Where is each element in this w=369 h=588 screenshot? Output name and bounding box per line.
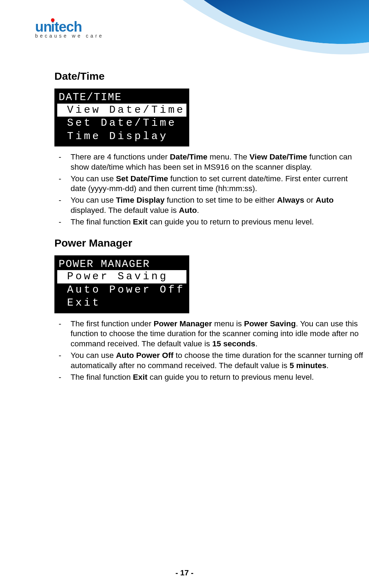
bold-text: Date/Time: [170, 152, 207, 161]
lcd-power: POWER MANAGER Power Saving Auto Power Of…: [54, 255, 189, 313]
logo-suffix: tech: [54, 19, 82, 34]
list-item: You can use Auto Power Off to choose the…: [54, 351, 363, 371]
lcd-row: View Date/Time: [57, 104, 186, 117]
lcd-row: Auto Power Off: [59, 283, 185, 297]
section-heading-power: Power Manager: [54, 237, 363, 249]
bold-text: Exit: [133, 373, 147, 381]
body-text: or: [304, 196, 316, 204]
body-text: .: [255, 339, 257, 348]
page-number: - 17 -: [0, 568, 369, 577]
bold-text: Auto Power Off: [116, 351, 173, 360]
body-text: The final function: [71, 373, 133, 381]
body-text: You can use: [71, 351, 116, 360]
lcd-row: Time Display: [59, 130, 185, 143]
body-text: .: [197, 206, 199, 215]
lcd-datetime: DATE/TIME View Date/Time Set Date/Time T…: [54, 89, 189, 146]
bullet-list-power: The first function under Power Manager m…: [54, 319, 363, 383]
lcd-title: POWER MANAGER: [59, 258, 185, 270]
bold-text: Power Saving: [244, 319, 296, 328]
body-text: menu is: [212, 319, 244, 328]
body-text: The first function under: [71, 319, 153, 328]
lcd-title: DATE/TIME: [59, 91, 185, 104]
list-item: There are 4 functions under Date/Time me…: [54, 152, 363, 172]
bold-text: Always: [277, 196, 304, 204]
list-item: You can use Set Date/Time function to se…: [54, 174, 363, 194]
body-text: You can use: [71, 174, 116, 183]
logo-tagline: because we care: [35, 33, 104, 39]
body-text: displayed. The default value is: [71, 206, 179, 215]
body-text: .: [327, 361, 329, 370]
list-item: The first function under Power Manager m…: [54, 319, 363, 349]
bold-text: Power Manager: [153, 319, 212, 328]
body-text: function to set time to be either: [165, 196, 277, 204]
lcd-row: Set Date/Time: [59, 117, 185, 130]
bold-text: 5 minutes: [290, 361, 327, 370]
section-heading-datetime: Date/Time: [54, 70, 363, 82]
lcd-row: Exit: [59, 296, 185, 310]
body-text: There are 4 functions under: [71, 152, 170, 161]
bold-text: Set Date/Time: [116, 174, 168, 183]
bold-text: Auto: [316, 196, 334, 204]
body-text: menu. The: [207, 152, 250, 161]
bold-text: 15 seconds: [212, 339, 256, 348]
list-item: The final function Exit can guide you to…: [54, 217, 363, 227]
logo-wordmark: un●itech: [35, 20, 104, 34]
body-text: can guide you to return to previous menu…: [147, 373, 314, 381]
lcd-row: Power Saving: [57, 270, 186, 283]
logo: un●itech because we care: [35, 20, 104, 39]
body-text: The final function: [71, 217, 133, 226]
bold-text: View Date/Time: [249, 152, 307, 161]
bold-text: Auto: [179, 206, 197, 215]
body-text: You can use: [71, 196, 116, 204]
bullet-list-datetime: There are 4 functions under Date/Time me…: [54, 152, 363, 227]
logo-prefix: un: [35, 19, 52, 34]
bold-text: Time Display: [116, 196, 164, 204]
body-text: can guide you to return to previous menu…: [147, 217, 314, 226]
list-item: You can use Time Display function to set…: [54, 195, 363, 216]
list-item: The final function Exit can guide you to…: [54, 372, 363, 383]
bold-text: Exit: [133, 217, 147, 226]
